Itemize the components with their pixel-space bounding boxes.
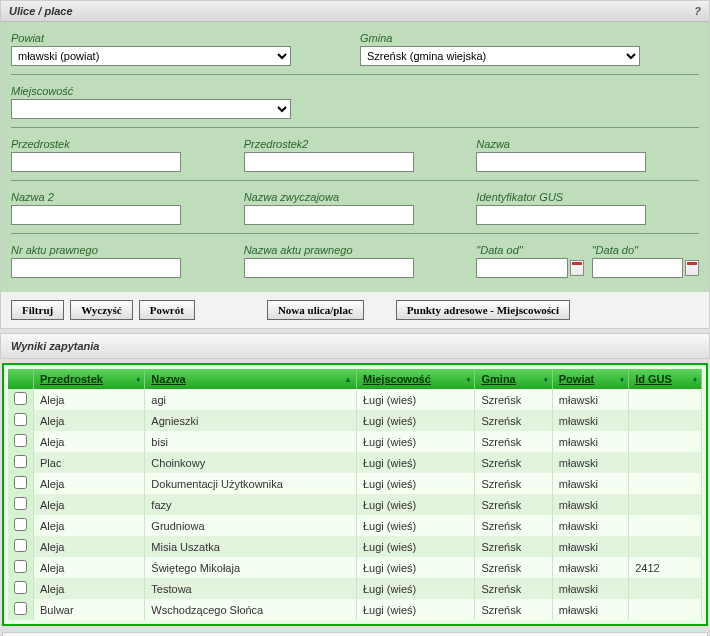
data-do-input[interactable] xyxy=(592,258,684,278)
row-checkbox[interactable] xyxy=(14,476,27,489)
przedrostek-input[interactable] xyxy=(11,152,181,172)
id-gus-input[interactable] xyxy=(476,205,646,225)
powrot-button[interactable]: Powrót xyxy=(139,300,195,320)
nowa-ulica-button[interactable]: Nowa ulica/plac xyxy=(267,300,364,320)
cell-nazwa: Świętego Mikołaja xyxy=(145,557,357,578)
powiat-select[interactable]: mławski (powiat) xyxy=(11,46,291,66)
cell-miejscowosc: Ługi (wieś) xyxy=(357,578,475,599)
cell-idgus xyxy=(629,389,702,410)
cell-gmina: Szreńsk xyxy=(475,452,552,473)
id-gus-label: Identyfikator GUS xyxy=(476,191,699,203)
nazwa-zwyczajowa-input[interactable] xyxy=(244,205,414,225)
cell-przedrostek: Aleja xyxy=(34,515,145,536)
data-od-label: "Data od" xyxy=(476,244,583,256)
punkty-adresowe-button[interactable]: Punkty adresowe - Miejscowości xyxy=(396,300,570,320)
cell-miejscowosc: Ługi (wieś) xyxy=(357,431,475,452)
row-checkbox[interactable] xyxy=(14,560,27,573)
cell-nazwa: agi xyxy=(145,389,357,410)
cell-nazwa: Testowa xyxy=(145,578,357,599)
wyczysc-button[interactable]: Wyczyść xyxy=(70,300,133,320)
cell-idgus xyxy=(629,473,702,494)
gmina-label: Gmina xyxy=(360,32,699,44)
miejscowosc-select[interactable] xyxy=(11,99,291,119)
cell-miejscowosc: Ługi (wieś) xyxy=(357,473,475,494)
cell-miejscowosc: Ługi (wieś) xyxy=(357,494,475,515)
cell-gmina: Szreńsk xyxy=(475,557,552,578)
cell-powiat: mławski xyxy=(552,431,628,452)
cell-miejscowosc: Ługi (wieś) xyxy=(357,389,475,410)
cell-idgus xyxy=(629,452,702,473)
row-checkbox[interactable] xyxy=(14,434,27,447)
cell-miejscowosc: Ługi (wieś) xyxy=(357,452,475,473)
col-idgus[interactable]: Id GUS♦ xyxy=(629,369,702,389)
row-checkbox[interactable] xyxy=(14,413,27,426)
gmina-select[interactable]: Szreńsk (gmina wiejska) xyxy=(360,46,640,66)
cell-nazwa: Misia Uszatka xyxy=(145,536,357,557)
table-row[interactable]: AlejaŚwiętego MikołajaŁugi (wieś)Szreńsk… xyxy=(8,557,702,578)
nazwa2-input[interactable] xyxy=(11,205,181,225)
table-row[interactable]: AlejaagiŁugi (wieś)Szreńskmławski xyxy=(8,389,702,410)
cell-miejscowosc: Ługi (wieś) xyxy=(357,557,475,578)
cell-idgus xyxy=(629,431,702,452)
table-row[interactable]: AlejaDokumentacji UżytkownikaŁugi (wieś)… xyxy=(8,473,702,494)
przedrostek-label: Przedrostek xyxy=(11,138,234,150)
cell-idgus xyxy=(629,578,702,599)
col-checkbox xyxy=(8,369,34,389)
cell-przedrostek: Aleja xyxy=(34,494,145,515)
table-row[interactable]: AlejaAgnieszkiŁugi (wieś)Szreńskmławski xyxy=(8,410,702,431)
row-checkbox[interactable] xyxy=(14,497,27,510)
data-od-input[interactable] xyxy=(476,258,568,278)
cell-gmina: Szreńsk xyxy=(475,599,552,620)
cell-gmina: Szreńsk xyxy=(475,536,552,557)
col-nazwa[interactable]: Nazwa▲ xyxy=(145,369,357,389)
cell-przedrostek: Aleja xyxy=(34,536,145,557)
cell-nazwa: Dokumentacji Użytkownika xyxy=(145,473,357,494)
cell-nazwa: bisi xyxy=(145,431,357,452)
cell-idgus xyxy=(629,536,702,557)
table-row[interactable]: BulwarWschodzącego SłońcaŁugi (wieś)Szre… xyxy=(8,599,702,620)
table-row[interactable]: AlejaMisia UszatkaŁugi (wieś)Szreńskmław… xyxy=(8,536,702,557)
nazwa-label: Nazwa xyxy=(476,138,699,150)
cell-powiat: mławski xyxy=(552,578,628,599)
calendar-icon-do[interactable] xyxy=(685,260,699,276)
nazwa-aktu-input[interactable] xyxy=(244,258,414,278)
nazwa-input[interactable] xyxy=(476,152,646,172)
cell-gmina: Szreńsk xyxy=(475,515,552,536)
table-row[interactable]: AlejafazyŁugi (wieś)Szreńskmławski xyxy=(8,494,702,515)
cell-gmina: Szreńsk xyxy=(475,389,552,410)
table-row[interactable]: AlejabisiŁugi (wieś)Szreńskmławski xyxy=(8,431,702,452)
row-checkbox[interactable] xyxy=(14,581,27,594)
row-checkbox[interactable] xyxy=(14,539,27,552)
cell-przedrostek: Aleja xyxy=(34,578,145,599)
table-row[interactable]: PlacChoinkowyŁugi (wieś)Szreńskmławski xyxy=(8,452,702,473)
cell-powiat: mławski xyxy=(552,410,628,431)
filtruj-button[interactable]: Filtruj xyxy=(11,300,64,320)
col-miejscowosc[interactable]: Miejscowość♦ xyxy=(357,369,475,389)
results-table: Przedrostek♦ Nazwa▲ Miejscowość♦ Gmina♦ … xyxy=(8,369,702,620)
przedrostek2-label: Przedrostek2 xyxy=(244,138,467,150)
cell-przedrostek: Aleja xyxy=(34,431,145,452)
row-checkbox[interactable] xyxy=(14,602,27,615)
cell-gmina: Szreńsk xyxy=(475,431,552,452)
page-title: Ulice / place xyxy=(9,5,73,17)
row-checkbox[interactable] xyxy=(14,392,27,405)
col-powiat[interactable]: Powiat♦ xyxy=(552,369,628,389)
cell-nazwa: Choinkowy xyxy=(145,452,357,473)
results-title: Wyniki zapytania xyxy=(0,333,710,359)
cell-powiat: mławski xyxy=(552,515,628,536)
nazwa-aktu-label: Nazwa aktu prawnego xyxy=(244,244,467,256)
nazwa2-label: Nazwa 2 xyxy=(11,191,234,203)
cell-powiat: mławski xyxy=(552,389,628,410)
col-przedrostek[interactable]: Przedrostek♦ xyxy=(34,369,145,389)
table-row[interactable]: AlejaTestowaŁugi (wieś)Szreńskmławski xyxy=(8,578,702,599)
row-checkbox[interactable] xyxy=(14,455,27,468)
calendar-icon-od[interactable] xyxy=(570,260,584,276)
cell-przedrostek: Aleja xyxy=(34,410,145,431)
row-checkbox[interactable] xyxy=(14,518,27,531)
help-icon[interactable]: ? xyxy=(694,5,701,17)
table-row[interactable]: AlejaGrudniowaŁugi (wieś)Szreńskmławski xyxy=(8,515,702,536)
cell-miejscowosc: Ługi (wieś) xyxy=(357,536,475,557)
col-gmina[interactable]: Gmina♦ xyxy=(475,369,552,389)
przedrostek2-input[interactable] xyxy=(244,152,414,172)
nr-aktu-input[interactable] xyxy=(11,258,181,278)
